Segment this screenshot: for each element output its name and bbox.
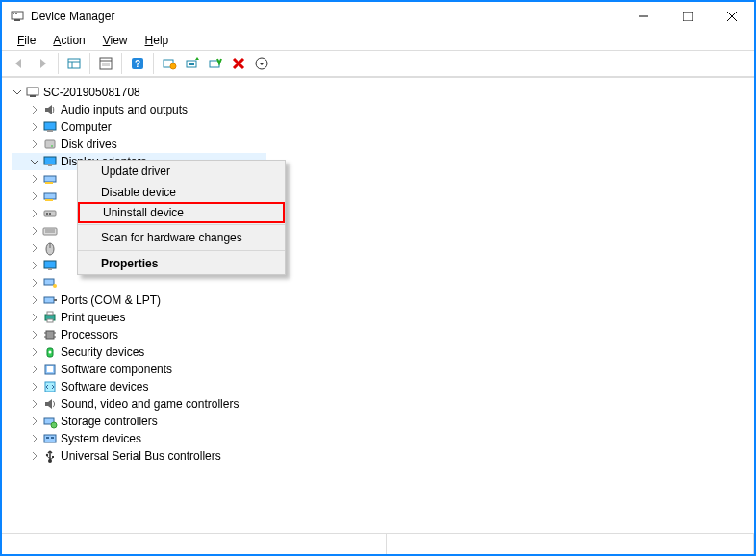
tree-node-label: Ports (COM & LPT) — [61, 293, 161, 307]
component-icon — [42, 362, 58, 377]
collapse-arrow-icon — [29, 260, 40, 271]
forward-button[interactable] — [31, 52, 54, 75]
tree-node[interactable]: Disk drives — [12, 136, 744, 153]
tree-root-label: SC-201905081708 — [43, 86, 140, 99]
context-menu: Update driver Disable device Uninstall d… — [77, 160, 286, 275]
tree-node[interactable]: Print queues — [12, 309, 744, 326]
svg-rect-39 — [49, 213, 51, 215]
menu-action[interactable]: Action — [45, 32, 92, 49]
tree-node[interactable]: Software components — [12, 361, 744, 378]
tree-node[interactable]: Computer — [12, 118, 744, 136]
tree-node[interactable]: System devices — [12, 430, 744, 447]
svg-point-3 — [15, 13, 17, 14]
collapse-arrow-icon — [29, 346, 40, 358]
svg-rect-31 — [44, 157, 56, 164]
mouse-icon — [42, 240, 58, 256]
menu-view[interactable]: View — [95, 32, 136, 49]
expand-arrow-icon — [12, 87, 23, 98]
device-manager-icon — [10, 9, 25, 24]
ctx-properties[interactable]: Properties — [78, 253, 285, 274]
svg-rect-28 — [47, 130, 53, 132]
collapse-arrow-icon — [29, 294, 40, 306]
svg-rect-46 — [48, 268, 52, 270]
tree-node[interactable] — [12, 274, 744, 291]
collapse-arrow-icon — [29, 433, 40, 444]
collapse-arrow-icon — [29, 398, 40, 410]
collapse-arrow-icon — [29, 312, 40, 323]
svg-point-2 — [13, 13, 14, 14]
statusbar — [2, 533, 754, 554]
svg-rect-52 — [47, 319, 53, 322]
uninstall-device-button[interactable] — [227, 52, 250, 75]
tree-node[interactable]: Ports (COM & LPT) — [12, 291, 744, 309]
svg-point-48 — [53, 284, 57, 288]
svg-rect-51 — [47, 312, 53, 315]
tree-node[interactable]: Sound, video and game controllers — [12, 395, 744, 413]
toolbar-separator — [89, 53, 90, 74]
tree-node-label: Print queues — [61, 311, 125, 324]
disable-device-button[interactable] — [204, 52, 227, 75]
tree-node[interactable]: Universal Serial Bus controllers — [12, 447, 744, 465]
collapse-arrow-icon — [29, 139, 40, 150]
show-hide-console-tree-button[interactable] — [63, 52, 86, 75]
collapse-arrow-icon — [29, 242, 40, 254]
maximize-button[interactable] — [666, 2, 710, 31]
svg-rect-45 — [44, 261, 56, 268]
svg-rect-1 — [14, 19, 20, 21]
ctx-uninstall-device[interactable]: Uninstall device — [78, 202, 285, 223]
svg-rect-5 — [683, 12, 693, 21]
toolbar-separator — [153, 53, 154, 74]
tree-node[interactable]: Security devices — [12, 343, 744, 361]
help-button[interactable]: ? — [126, 52, 149, 75]
close-button[interactable] — [710, 2, 754, 31]
tree-node[interactable]: Audio inputs and outputs — [12, 101, 744, 118]
system-icon — [42, 431, 58, 446]
collapse-arrow-icon — [29, 208, 40, 219]
network-icon — [42, 275, 58, 291]
svg-rect-61 — [47, 366, 53, 372]
hid-icon — [42, 206, 58, 221]
device-tree[interactable]: SC-201905081708 Audio inputs and outputs… — [2, 77, 754, 533]
collapse-arrow-icon — [29, 190, 40, 202]
collapse-arrow-icon — [29, 416, 40, 427]
minimize-button[interactable] — [621, 2, 666, 31]
collapse-arrow-icon — [29, 381, 40, 392]
svg-rect-35 — [44, 193, 56, 199]
svg-rect-65 — [44, 435, 56, 442]
collapse-arrow-icon — [29, 364, 40, 375]
tree-node[interactable]: Software devices — [12, 378, 744, 395]
collapse-arrow-icon — [29, 225, 40, 237]
sound-icon — [42, 396, 58, 412]
card-icon — [42, 189, 58, 204]
collapse-arrow-icon — [29, 329, 40, 341]
ctx-disable-device[interactable]: Disable device — [78, 182, 285, 203]
tree-node-label: Software components — [61, 363, 172, 376]
scan-hardware-button[interactable] — [158, 52, 181, 75]
display-icon — [42, 154, 58, 169]
toolbar: ? — [2, 50, 754, 77]
expand-arrow-icon — [29, 156, 40, 167]
svg-rect-36 — [45, 199, 53, 201]
tree-node[interactable]: Storage controllers — [12, 413, 744, 430]
svg-rect-67 — [51, 437, 54, 439]
back-button[interactable] — [8, 52, 31, 75]
tree-node-label: Storage controllers — [61, 415, 158, 428]
tree-node-label: Software devices — [61, 380, 148, 393]
svg-rect-26 — [30, 95, 36, 97]
collapse-arrow-icon — [29, 450, 40, 462]
tree-node[interactable]: Processors — [12, 326, 744, 343]
svg-rect-20 — [189, 63, 194, 65]
update-driver-button[interactable] — [181, 52, 204, 75]
ctx-update-driver[interactable]: Update driver — [78, 161, 285, 182]
storage-icon — [42, 414, 58, 429]
menu-help[interactable]: Help — [138, 32, 177, 49]
toolbar-separator — [121, 53, 122, 74]
collapse-arrow-icon — [29, 277, 40, 289]
toolbar-down-button[interactable] — [250, 52, 273, 75]
menu-file[interactable]: File — [10, 32, 43, 49]
properties-button[interactable] — [94, 52, 117, 75]
svg-point-30 — [51, 145, 53, 147]
ctx-scan-hardware[interactable]: Scan for hardware changes — [78, 227, 285, 248]
tree-root[interactable]: SC-201905081708 — [12, 84, 744, 101]
collapse-arrow-icon — [29, 121, 40, 133]
